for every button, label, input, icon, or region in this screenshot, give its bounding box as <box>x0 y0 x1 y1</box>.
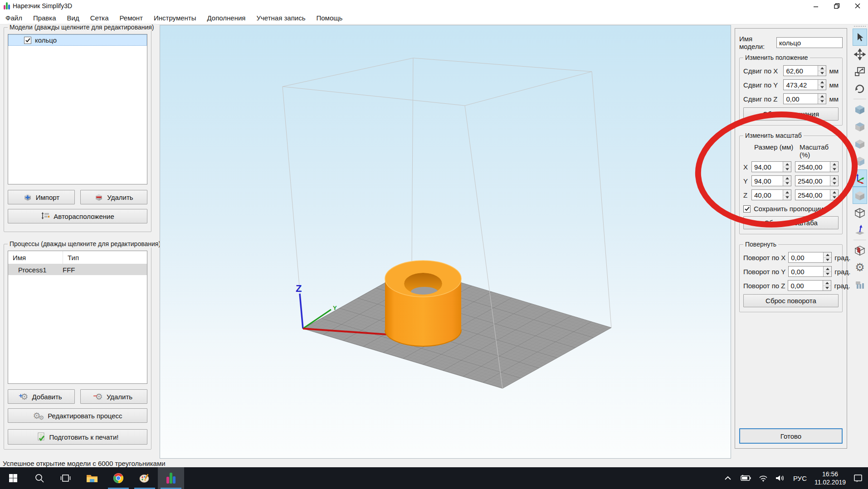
menu-repair[interactable]: Ремонт <box>114 14 148 22</box>
offset-x-input[interactable] <box>784 66 818 76</box>
rotate-x-input[interactable] <box>789 252 823 262</box>
prepare-print-button[interactable]: Подготовить к печати! <box>8 429 147 445</box>
surface-normals-button[interactable] <box>853 221 867 238</box>
offset-x-field[interactable] <box>783 65 826 76</box>
rotate-y-spinner[interactable] <box>823 266 831 276</box>
scale-x-percent-input[interactable] <box>795 162 830 172</box>
autoplace-button[interactable]: Авторасположение <box>8 209 147 223</box>
rotate-x-field[interactable] <box>788 252 832 263</box>
wifi-icon[interactable] <box>759 475 768 482</box>
paint-button[interactable] <box>132 467 158 489</box>
view-cube-2-button[interactable] <box>853 118 867 135</box>
model-name-input[interactable] <box>777 38 842 48</box>
add-process-button[interactable]: ⚙+ Добавить <box>8 389 75 404</box>
toolbar-grip[interactable] <box>854 26 866 27</box>
scale-tool-button[interactable] <box>853 63 867 80</box>
language-indicator[interactable]: РУС <box>793 474 807 482</box>
rotate-y-field[interactable] <box>788 266 832 277</box>
menu-account[interactable]: Учетная запись <box>251 14 311 22</box>
delete-model-button[interactable]: Удалить <box>80 190 147 204</box>
start-button[interactable] <box>0 467 26 489</box>
offset-y-spinner[interactable] <box>818 80 826 90</box>
process-row[interactable]: Process1 FFF <box>8 264 147 275</box>
scale-z-percent-field[interactable] <box>795 189 839 200</box>
offset-x-spinner[interactable] <box>818 66 826 76</box>
rotate-z-input[interactable] <box>788 281 823 290</box>
menu-view[interactable]: Вид <box>62 14 85 22</box>
viewport-3d[interactable]: Z Y X <box>160 25 731 459</box>
scale-z-size-input[interactable] <box>752 190 783 200</box>
select-tool-button[interactable] <box>853 29 867 46</box>
model-list-item[interactable]: кольцо <box>8 34 147 46</box>
rotate-y-input[interactable] <box>789 266 823 276</box>
simplify3d-taskbar-button[interactable] <box>158 467 184 489</box>
file-explorer-button[interactable] <box>79 467 105 489</box>
wireframe-view-button[interactable] <box>853 204 867 221</box>
model-name-field[interactable] <box>776 37 843 48</box>
view-cube-1-button[interactable] <box>853 101 867 118</box>
view-cube-4-button[interactable] <box>853 152 867 169</box>
minimize-button[interactable] <box>805 0 826 12</box>
scale-y-size-field[interactable] <box>751 175 791 186</box>
process-table[interactable]: Имя Тип Process1 FFF <box>8 251 147 384</box>
scale-z-size-field[interactable] <box>751 189 791 200</box>
supports-button[interactable] <box>853 276 867 293</box>
move-tool-button[interactable] <box>853 46 867 63</box>
menu-edit[interactable]: Правка <box>28 14 62 22</box>
scale-z-size-spinner[interactable] <box>783 190 791 200</box>
rotate-tool-button[interactable] <box>853 80 867 97</box>
scale-z-percent-spinner[interactable] <box>830 190 838 200</box>
scale-y-size-spinner[interactable] <box>783 176 791 186</box>
offset-y-input[interactable] <box>784 80 818 90</box>
model-visibility-checkbox[interactable] <box>24 37 31 44</box>
view-cube-3-button[interactable] <box>853 135 867 152</box>
done-button[interactable]: Готово <box>739 428 843 444</box>
offset-z-field[interactable] <box>783 93 826 104</box>
cross-section-button[interactable] <box>853 242 867 259</box>
clock[interactable]: 16:56 11.02.2019 <box>814 470 846 486</box>
menu-mesh[interactable]: Сетка <box>85 14 114 22</box>
edit-process-button[interactable]: ⚙⚙ Редактировать процесс <box>8 408 147 423</box>
model-list[interactable]: кольцо <box>8 34 147 184</box>
offset-z-input[interactable] <box>784 94 818 104</box>
volume-icon[interactable] <box>775 474 785 482</box>
chrome-button[interactable] <box>105 467 132 489</box>
scale-y-size-input[interactable] <box>752 176 783 186</box>
restore-button[interactable] <box>826 0 847 12</box>
reset-rotation-button[interactable]: Сброс поворота <box>743 294 839 307</box>
scale-x-size-field[interactable] <box>751 161 791 172</box>
scale-x-percent-spinner[interactable] <box>830 162 838 172</box>
processes-group-title: Процессы (дважды щелкните для редактиров… <box>8 240 162 247</box>
battery-icon[interactable] <box>739 475 751 481</box>
scale-y-percent-input[interactable] <box>795 176 830 186</box>
hidden-icons-chevron[interactable] <box>724 476 731 480</box>
model-ring[interactable] <box>385 261 461 346</box>
menu-tools[interactable]: Инструменты <box>148 14 202 22</box>
reset-scale-button[interactable]: Сброс масштаба <box>743 216 839 229</box>
action-center-icon[interactable] <box>853 474 863 482</box>
scale-z-percent-input[interactable] <box>795 190 830 200</box>
solid-view-button[interactable] <box>853 187 867 204</box>
rotate-x-spinner[interactable] <box>823 252 831 262</box>
close-button[interactable] <box>847 0 868 12</box>
reset-position-button[interactable]: Сброс положения <box>743 107 839 121</box>
menu-addons[interactable]: Дополнения <box>202 14 251 22</box>
scale-y-percent-spinner[interactable] <box>830 176 838 186</box>
scale-x-percent-field[interactable] <box>795 161 839 172</box>
rotate-z-field[interactable] <box>788 280 831 291</box>
menu-file[interactable]: Файл <box>0 14 28 22</box>
show-axes-button[interactable] <box>853 169 867 187</box>
scale-y-percent-field[interactable] <box>795 175 839 186</box>
keep-proportions-checkbox[interactable] <box>743 205 751 213</box>
offset-y-field[interactable] <box>783 79 826 90</box>
rotate-z-spinner[interactable] <box>823 281 831 290</box>
search-button[interactable] <box>26 467 53 489</box>
scale-x-size-spinner[interactable] <box>783 162 791 172</box>
offset-z-spinner[interactable] <box>818 94 826 104</box>
scale-x-size-input[interactable] <box>752 162 783 172</box>
import-button[interactable]: Импорт <box>8 190 75 204</box>
menu-help[interactable]: Помощь <box>311 14 348 22</box>
settings-button[interactable]: ⚙ <box>853 259 867 276</box>
task-view-button[interactable] <box>53 467 79 489</box>
delete-process-button[interactable]: ⚙– Удалить <box>80 389 147 404</box>
